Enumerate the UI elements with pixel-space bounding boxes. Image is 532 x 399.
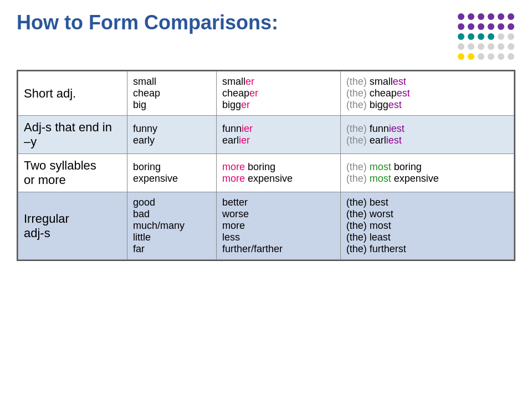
base-adjy: funnyearly xyxy=(127,116,216,154)
comparative-adjy: funnier earlier xyxy=(216,116,340,154)
superlative-short: (the) smallest (the) cheapest (the) bigg… xyxy=(340,71,514,116)
superlative-two: (the) most boring (the) most expensive xyxy=(340,154,514,192)
decoration-dot xyxy=(508,13,514,20)
decoration-dot xyxy=(458,23,464,30)
decoration-dot xyxy=(468,13,474,20)
header: How to Form Comparisons: xyxy=(17,11,515,61)
decoration-dot xyxy=(468,43,474,50)
decoration-dot xyxy=(498,33,504,40)
decoration-dot xyxy=(468,53,474,60)
decoration-dot xyxy=(488,53,494,60)
dots-decoration xyxy=(458,13,515,61)
decoration-dot xyxy=(468,33,474,40)
decoration-dot xyxy=(478,53,484,60)
decoration-dot xyxy=(498,53,504,60)
decoration-dot xyxy=(458,43,464,50)
comparative-irregular: betterworsemorelessfurther/farther xyxy=(216,192,340,260)
decoration-dot xyxy=(458,33,464,40)
category-irregular: Irregularadj-s xyxy=(18,192,127,260)
decoration-dot xyxy=(488,43,494,50)
comparative-short: smaller cheaper bigger xyxy=(216,71,340,116)
decoration-dot xyxy=(478,43,484,50)
decoration-dot xyxy=(468,23,474,30)
base-two: boringexpensive xyxy=(127,154,216,192)
decoration-dot xyxy=(498,23,504,30)
table-row: Two syllablesor more boringexpensive mor… xyxy=(18,154,514,192)
superlative-irregular: (the) best (the) worst (the) most (the) … xyxy=(340,192,514,260)
base-irregular: goodbadmuch/manylittlefar xyxy=(127,192,216,260)
page-title: How to Form Comparisons: xyxy=(17,11,278,34)
decoration-dot xyxy=(498,43,504,50)
category-adjy: Adj-s that end in –y xyxy=(18,116,127,154)
decoration-dot xyxy=(488,13,494,20)
category-two: Two syllablesor more xyxy=(18,154,127,192)
decoration-dot xyxy=(478,13,484,20)
category-short: Short adj. xyxy=(18,71,127,116)
decoration-dot xyxy=(478,23,484,30)
decoration-dot xyxy=(498,13,504,20)
table-row: Adj-s that end in –y funnyearly funnier … xyxy=(18,116,514,154)
decoration-dot xyxy=(458,53,464,60)
decoration-dot xyxy=(488,23,494,30)
table-row: Short adj. smallcheapbig smaller cheaper… xyxy=(18,71,514,116)
decoration-dot xyxy=(508,53,514,60)
decoration-dot xyxy=(478,33,484,40)
superlative-adjy: (the) funniest (the) earliest xyxy=(340,116,514,154)
table-row: Irregularadj-s goodbadmuch/manylittlefar… xyxy=(18,192,514,260)
decoration-dot xyxy=(458,13,464,20)
base-short: smallcheapbig xyxy=(127,71,216,116)
decoration-dot xyxy=(508,33,514,40)
comparative-two: more boring more expensive xyxy=(216,154,340,192)
comparisons-table: Short adj. smallcheapbig smaller cheaper… xyxy=(17,70,515,261)
decoration-dot xyxy=(488,33,494,40)
page: How to Form Comparisons: Short adj. smal… xyxy=(0,0,532,399)
decoration-dot xyxy=(508,23,514,30)
decoration-dot xyxy=(508,43,514,50)
